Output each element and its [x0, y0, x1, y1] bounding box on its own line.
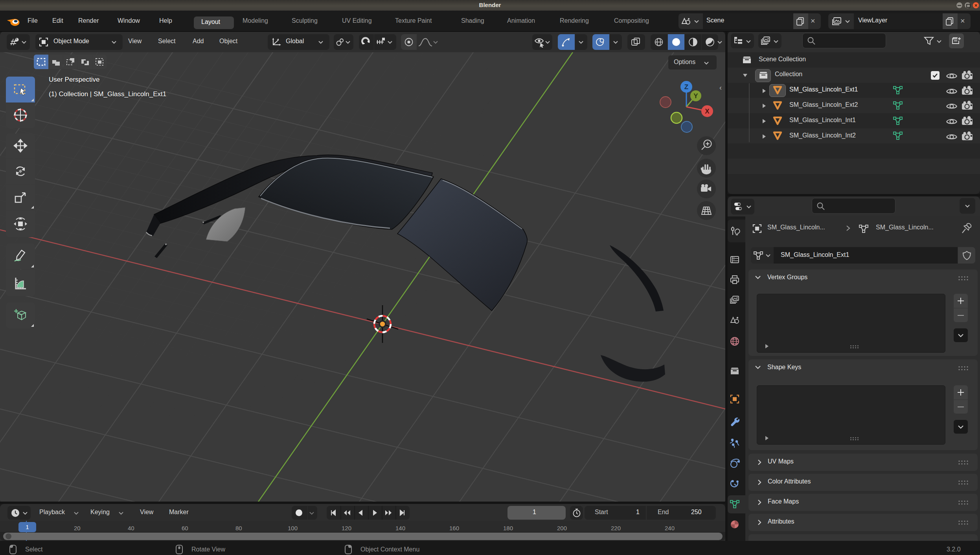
- svg-text:X: X: [705, 108, 710, 115]
- svg-text:Z: Z: [684, 83, 688, 91]
- svg-text:‹: ‹: [719, 84, 722, 92]
- svg-text:Y: Y: [693, 92, 698, 100]
